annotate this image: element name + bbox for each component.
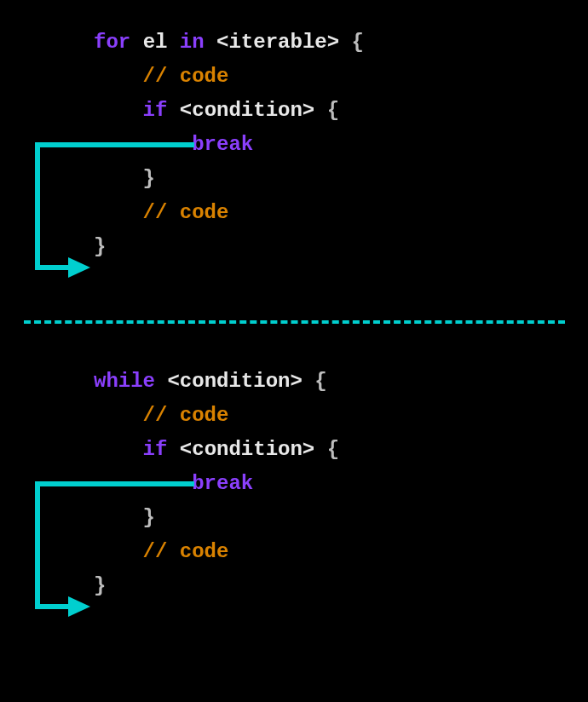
brace-open: { xyxy=(314,438,339,461)
while-line-3: if <condition> { xyxy=(94,433,339,467)
if-condition: <condition> xyxy=(180,99,314,122)
brace-open: { xyxy=(314,99,339,122)
while-line-2: // code xyxy=(94,399,339,433)
for-line-2: // code xyxy=(94,60,364,94)
while-line-1: while <condition> { xyxy=(94,365,339,399)
for-line-3: if <condition> { xyxy=(94,94,364,128)
break-arrow-while xyxy=(32,479,203,630)
code-comment: // code xyxy=(143,404,229,427)
if-keyword: if xyxy=(143,99,168,122)
for-el: el xyxy=(143,31,168,54)
brace-open: { xyxy=(339,31,364,54)
for-line-1: for el in <iterable> { xyxy=(94,26,364,60)
code-comment: // code xyxy=(143,65,229,88)
while-condition: <condition> xyxy=(167,370,302,393)
svg-marker-1 xyxy=(68,596,90,617)
while-keyword: while xyxy=(94,370,155,393)
brace-open: { xyxy=(303,370,327,393)
for-keyword: for xyxy=(94,31,130,54)
svg-marker-0 xyxy=(68,257,90,278)
break-arrow-for xyxy=(32,140,203,291)
divider-line xyxy=(24,320,565,324)
in-keyword: in xyxy=(180,31,205,54)
for-iter: <iterable> xyxy=(216,31,339,54)
if-keyword: if xyxy=(143,438,168,461)
if-condition: <condition> xyxy=(180,438,314,461)
